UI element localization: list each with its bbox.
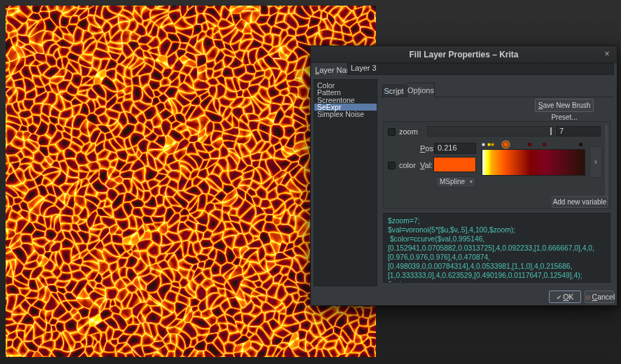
zoom-slider-handle[interactable] xyxy=(550,127,552,135)
gradient-stop[interactable] xyxy=(543,143,546,146)
gradient-editor xyxy=(482,141,585,176)
zoom-variable-label: zoom xyxy=(399,127,418,136)
val-label: Val: xyxy=(420,161,433,169)
gradient-stop[interactable] xyxy=(487,143,491,146)
save-new-brush-preset-button[interactable]: Save New Brush Preset... xyxy=(535,99,594,112)
check-icon: ✔ xyxy=(557,294,562,301)
interpolation-dropdown[interactable]: MSpline ▾ xyxy=(435,176,476,188)
gradient-stop[interactable] xyxy=(579,143,582,146)
val-color-swatch[interactable] xyxy=(433,157,476,172)
script-preview-box: $zoom=7; $val=voronoi(5*[$u,$v,.5],4,100… xyxy=(383,213,610,283)
script-text: $zoom=7; $val=voronoi(5*[$u,$v,.5],4,100… xyxy=(384,214,610,283)
gradient-stops-row xyxy=(482,141,585,148)
gradient-stop[interactable] xyxy=(491,143,494,146)
gradient-next-button[interactable]: › xyxy=(589,146,602,178)
desktop: Fill Layer Properties – Krita × Layer Na… xyxy=(0,0,621,364)
close-icon[interactable]: × xyxy=(601,49,613,60)
ok-button-label: OK xyxy=(563,293,573,301)
tab-options[interactable]: Options xyxy=(407,83,435,97)
cancel-button-label: Cancel xyxy=(592,293,615,301)
add-new-variable-button[interactable]: Add new variable xyxy=(552,196,608,208)
tab-script[interactable]: Script xyxy=(382,85,405,97)
generator-item-simplex-noise[interactable]: Simplex Noise xyxy=(314,111,377,118)
gradient-stop[interactable] xyxy=(482,143,485,146)
zoom-slider[interactable] xyxy=(427,126,554,136)
chevron-down-icon: ▾ xyxy=(470,177,473,187)
interpolation-value: MSpline xyxy=(440,178,465,186)
pos-label: Pos: xyxy=(420,144,435,153)
fill-layer-properties-dialog: Fill Layer Properties – Krita × Layer Na… xyxy=(310,46,617,306)
color-variable-label: color xyxy=(399,161,416,169)
pos-input[interactable]: 0.216 xyxy=(434,143,476,154)
layer-name-input[interactable]: Layer 3 xyxy=(347,63,614,75)
cancel-icon: ⊘ xyxy=(585,294,591,301)
zoom-checkbox[interactable] xyxy=(388,128,396,136)
color-checkbox[interactable] xyxy=(388,162,396,169)
cancel-button[interactable]: ⊘Cancel xyxy=(585,290,614,303)
dialog-titlebar[interactable]: Fill Layer Properties – Krita × xyxy=(311,46,617,63)
generator-list: ColorPatternScreentoneSeExprSimplex Nois… xyxy=(314,79,377,286)
gradient-stop[interactable] xyxy=(528,143,531,146)
gradient-bar[interactable] xyxy=(482,149,585,176)
gradient-stop-selected[interactable] xyxy=(503,141,509,148)
ok-button[interactable]: ✔OK xyxy=(549,290,581,303)
variables-scrollbar[interactable] xyxy=(605,124,608,206)
dialog-title: Fill Layer Properties – Krita xyxy=(311,46,617,63)
variables-panel: zoom 7 color Pos: 0.216 Val: MSpline ▾ ›… xyxy=(383,121,610,209)
zoom-value-input[interactable]: 7 xyxy=(556,126,601,136)
